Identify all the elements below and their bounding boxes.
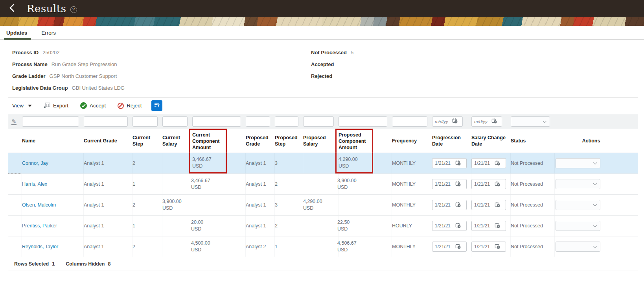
progression-date-input[interactable] xyxy=(432,158,467,168)
salary-change-date-value[interactable] xyxy=(474,223,495,229)
cell-salary-change-date xyxy=(471,174,511,194)
col-header-salary-change-date[interactable]: Salary Change Date xyxy=(471,129,511,153)
filter-current-step-input[interactable] xyxy=(132,116,158,127)
salary-change-date-value[interactable] xyxy=(474,161,495,166)
calendar-clock-icon[interactable] xyxy=(452,118,458,125)
col-header-proposed-step[interactable]: Proposed Step xyxy=(275,129,303,153)
question-circle-icon[interactable]: ? xyxy=(70,6,77,13)
filter-status-select[interactable] xyxy=(511,116,550,127)
row-selector-cell[interactable] xyxy=(8,236,22,257)
salary-change-date-value[interactable] xyxy=(474,202,495,208)
calendar-clock-icon[interactable] xyxy=(495,244,500,250)
calendar-clock-icon[interactable] xyxy=(491,118,497,125)
progression-date-value[interactable] xyxy=(435,244,455,249)
row-actions-select[interactable] xyxy=(556,179,600,189)
progression-date-input[interactable] xyxy=(432,242,467,252)
filter-proposed-step-input[interactable] xyxy=(275,116,298,127)
col-header-status[interactable]: Status xyxy=(511,129,555,153)
calendar-clock-icon[interactable] xyxy=(495,160,500,167)
calendar-clock-icon[interactable] xyxy=(455,223,461,229)
salary-change-date-input[interactable] xyxy=(471,158,506,168)
row-actions-select[interactable] xyxy=(556,242,600,252)
row-selector-cell[interactable] xyxy=(8,174,22,194)
row-selector-cell[interactable] xyxy=(8,153,22,173)
filter-name-input[interactable] xyxy=(22,116,79,127)
row-actions-select[interactable] xyxy=(556,221,600,231)
salary-change-date-value[interactable] xyxy=(474,244,495,249)
employee-name-link[interactable]: Olsen, Malcolm xyxy=(22,202,56,208)
calendar-clock-icon[interactable] xyxy=(455,202,461,209)
filter-proposed-grade-input[interactable] xyxy=(246,116,270,127)
filter-current-grade-input[interactable] xyxy=(84,116,128,127)
salary-change-date-input[interactable] xyxy=(471,179,506,189)
progression-date-value[interactable] xyxy=(435,202,455,208)
tab-updates[interactable]: Updates xyxy=(6,28,28,39)
progression-date-value[interactable] xyxy=(435,223,455,229)
col-header-name[interactable]: Name xyxy=(22,129,84,153)
col-header-proposed-salary[interactable]: Proposed Salary xyxy=(303,129,339,153)
calendar-clock-icon[interactable] xyxy=(455,160,461,167)
chevron-down-icon xyxy=(593,182,597,186)
calendar-clock-icon[interactable] xyxy=(495,181,500,188)
salary-change-date-input[interactable] xyxy=(471,200,506,210)
tab-errors[interactable]: Errors xyxy=(40,28,57,39)
col-header-current-component-amount[interactable]: Current Component Amount xyxy=(192,129,246,153)
employee-name-link[interactable]: Prentiss, Parker xyxy=(22,223,57,229)
filter-proposed-component-amount-input[interactable] xyxy=(339,116,387,127)
row-actions-select[interactable] xyxy=(556,200,600,210)
back-button[interactable] xyxy=(6,2,19,15)
cell-salary-change-date xyxy=(471,195,511,215)
calendar-clock-icon[interactable] xyxy=(495,223,500,229)
progression-date-value[interactable] xyxy=(435,161,455,166)
filter-current-component-amount-input[interactable] xyxy=(192,116,241,127)
row-actions-select[interactable] xyxy=(556,158,600,168)
accept-button[interactable]: Accept xyxy=(80,102,106,109)
pencil-icon[interactable]: ✎ xyxy=(11,119,17,125)
cell-current-grade: Analyst 1 xyxy=(84,174,132,194)
table-row[interactable]: Olsen, Malcolm Analyst 1 2 3,900.00 USD … xyxy=(8,195,638,216)
col-header-current-salary[interactable]: Current Salary xyxy=(162,129,192,153)
col-header-progression-date[interactable]: Progression Date xyxy=(432,129,471,153)
query-by-example-toggle-button[interactable] xyxy=(151,100,162,111)
cell-current-grade: Analyst 1 xyxy=(84,153,132,173)
employee-name-link[interactable]: Harris, Alex xyxy=(22,181,47,187)
view-menu-label: View xyxy=(12,103,24,109)
filter-proposed-salary-input[interactable] xyxy=(303,116,334,127)
salary-change-date-input[interactable] xyxy=(471,221,506,231)
cell-current-grade: Analyst 1 xyxy=(84,216,132,236)
col-header-frequency[interactable]: Frequency xyxy=(392,129,432,153)
filter-edit-cell: ✎ xyxy=(8,118,22,125)
cell-current-salary: 3,900.00 USD xyxy=(162,195,192,215)
filter-frequency-input[interactable] xyxy=(392,116,427,127)
export-button[interactable]: Export xyxy=(44,102,68,109)
calendar-clock-icon[interactable] xyxy=(495,202,500,209)
table-row[interactable]: Prentiss, Parker Analyst 1 1 20.00 USD A… xyxy=(8,216,638,236)
col-header-proposed-grade[interactable]: Proposed Grade xyxy=(246,129,275,153)
progression-date-input[interactable] xyxy=(432,179,467,189)
col-header-current-grade[interactable]: Current Grade xyxy=(84,129,132,153)
table-row[interactable]: Harris, Alex Analyst 1 1 3,466.67 USD An… xyxy=(8,174,638,195)
filter-salary-change-date-input[interactable]: m/d/yy xyxy=(471,116,502,127)
employee-name-link[interactable]: Connor, Jay xyxy=(22,161,48,166)
col-header-current-step[interactable]: Current Step xyxy=(132,129,162,153)
columns-hidden-value: 8 xyxy=(108,261,111,267)
cell-actions xyxy=(555,195,638,215)
reject-button[interactable]: Reject xyxy=(118,103,142,109)
filter-progression-date-input[interactable]: m/d/yy xyxy=(432,116,463,127)
check-circle-icon xyxy=(80,102,87,109)
table-row[interactable]: Reynolds, Taylor Analyst 1 2 4,500.00 US… xyxy=(8,236,638,257)
calendar-clock-icon[interactable] xyxy=(455,181,461,188)
progression-date-input[interactable] xyxy=(432,200,467,210)
progression-date-value[interactable] xyxy=(435,181,455,187)
row-selector-cell[interactable] xyxy=(8,216,22,236)
calendar-clock-icon[interactable] xyxy=(455,244,461,250)
col-header-proposed-component-amount[interactable]: Proposed Component Amount xyxy=(339,129,392,153)
filter-current-salary-input[interactable] xyxy=(162,116,188,127)
progression-date-input[interactable] xyxy=(432,221,467,231)
salary-change-date-value[interactable] xyxy=(474,181,495,187)
view-menu-button[interactable]: View xyxy=(12,103,32,109)
table-row[interactable]: Connor, Jay Analyst 1 2 3,466.67 USD Ana… xyxy=(8,153,638,174)
employee-name-link[interactable]: Reynolds, Taylor xyxy=(22,244,58,249)
salary-change-date-input[interactable] xyxy=(471,242,506,252)
row-selector-cell[interactable] xyxy=(8,195,22,215)
